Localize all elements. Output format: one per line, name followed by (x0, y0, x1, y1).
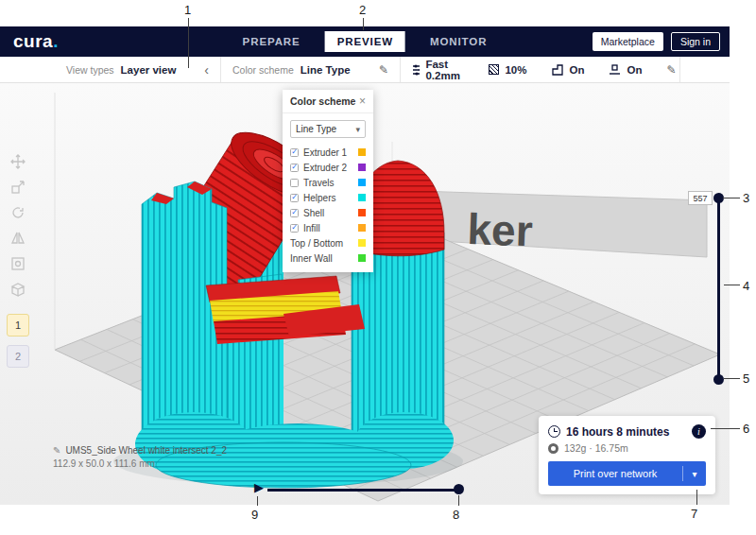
row-extruder-1[interactable]: ✓ Extruder 1 (290, 145, 366, 160)
tab-prepare[interactable]: PREPARE (243, 36, 301, 47)
color-scheme-value: Line Type (301, 64, 351, 76)
callout-3: 3 (743, 191, 749, 205)
move-tool-icon[interactable] (9, 153, 26, 170)
row-extruder-2[interactable]: ✓ Extruder 2 (290, 160, 366, 175)
print-time: 16 hours 8 minutes (566, 425, 669, 439)
collapse-chevron-icon[interactable]: ‹ (204, 63, 209, 77)
callout-line-2 (363, 18, 364, 30)
extruder-1-button[interactable]: 1 (7, 314, 29, 337)
layer-slider-bottom-handle[interactable] (713, 374, 724, 385)
checkbox-shell[interactable]: ✓ (290, 209, 299, 217)
left-toolbar: 1 2 (6, 153, 30, 368)
model-info: ✎ UMS5_Side Wheel white intersect 2_2 11… (53, 445, 227, 469)
marketplace-button[interactable]: Marketplace (593, 32, 663, 51)
color-scheme-popup: Color scheme × Line Type ▾ ✓ Extruder 1 … (283, 90, 373, 272)
checkbox-helpers[interactable]: ✓ (290, 194, 299, 202)
popup-title: Color scheme (290, 95, 355, 107)
row-label: Infill (303, 223, 320, 233)
3d-viewport: ker (0, 83, 730, 505)
callout-line-8 (458, 495, 459, 506)
support-blocker-icon[interactable] (9, 281, 26, 298)
sliders-icon (412, 64, 420, 76)
callout-4: 4 (743, 279, 749, 293)
view-types-value: Layer view (121, 64, 177, 76)
callout-line-1 (188, 18, 189, 68)
info-icon[interactable]: i (692, 424, 706, 439)
rename-pencil-icon[interactable]: ✎ (53, 445, 60, 456)
row-label: Helpers (303, 193, 335, 203)
mirror-tool-icon[interactable] (9, 230, 26, 247)
callout-8: 8 (453, 508, 459, 522)
row-inner-wall: Inner Wall (290, 250, 366, 266)
color-swatch (358, 179, 366, 186)
checkbox-travels[interactable] (290, 179, 299, 187)
line-type-select[interactable]: Line Type ▾ (290, 120, 366, 138)
per-model-settings-icon[interactable] (9, 255, 26, 272)
print-over-network-button[interactable]: Print over network ▾ (548, 461, 706, 486)
playback-slider-track[interactable] (267, 489, 460, 492)
rotate-tool-icon[interactable] (9, 204, 26, 221)
callout-line-7 (696, 490, 697, 505)
row-label: Top / Bottom (290, 238, 343, 249)
callout-line-6 (711, 428, 740, 429)
adhesion-setting[interactable]: On (609, 63, 642, 76)
row-label: Travels (303, 178, 334, 188)
print-options-chevron-icon[interactable]: ▾ (683, 469, 706, 479)
color-scheme-label: Color scheme (232, 64, 294, 76)
buildplate-watermark: ker (467, 204, 534, 255)
color-swatch (358, 239, 366, 247)
color-scheme-dropdown[interactable]: Color scheme Line Type ✎ (221, 57, 401, 82)
color-swatch (358, 254, 366, 262)
infill-setting[interactable]: 10% (489, 64, 526, 76)
callout-9: 9 (251, 508, 258, 522)
callout-5: 5 (743, 371, 749, 386)
color-swatch (358, 194, 366, 201)
tab-preview[interactable]: PREVIEW (325, 31, 405, 52)
cura-logo: cura. (13, 31, 59, 52)
scale-tool-icon[interactable] (9, 179, 26, 196)
support-setting[interactable]: On (551, 63, 584, 76)
print-settings-summary[interactable]: Fast 0.2mm 10% On On ✎ (401, 57, 680, 82)
header-actions: Marketplace Sign in (593, 32, 720, 51)
callout-1: 1 (184, 3, 191, 17)
header-bar: cura. PREPARE PREVIEW MONITOR Marketplac… (0, 26, 730, 57)
material-usage: 132g · 16.75m (564, 442, 628, 454)
model-dimensions: 112.9 x 50.0 x 111.6 mm (53, 458, 227, 469)
play-button[interactable]: ▶ (254, 481, 264, 493)
profile-setting[interactable]: Fast 0.2mm (412, 59, 464, 81)
signin-button[interactable]: Sign in (671, 32, 720, 51)
color-swatch (358, 224, 366, 232)
edit-settings-pencil-icon[interactable]: ✎ (666, 63, 676, 77)
layer-slider-track[interactable] (717, 198, 720, 380)
playback-slider-handle[interactable] (454, 484, 464, 494)
callout-2: 2 (359, 3, 366, 17)
checkbox-infill[interactable]: ✓ (290, 224, 299, 233)
callout-line-4 (724, 285, 740, 285)
row-label: Inner Wall (290, 253, 333, 264)
popup-header: Color scheme × (283, 90, 373, 113)
callout-7: 7 (691, 507, 697, 521)
extruder-2-button[interactable]: 2 (7, 345, 29, 368)
tab-monitor[interactable]: MONITOR (430, 36, 487, 47)
row-infill[interactable]: ✓ Infill (290, 220, 366, 235)
stage-tabs: PREPARE PREVIEW MONITOR (243, 31, 488, 52)
row-helpers[interactable]: ✓ Helpers (290, 190, 366, 205)
edit-pencil-icon[interactable]: ✎ (379, 63, 388, 77)
checkbox-extruder-2[interactable]: ✓ (290, 164, 299, 172)
line-type-select-value: Line Type (296, 124, 336, 134)
model-name: UMS5_Side Wheel white intersect 2_2 (65, 445, 227, 456)
row-travels[interactable]: Travels (290, 175, 366, 190)
layer-number-box[interactable]: 557 (688, 191, 713, 205)
row-shell[interactable]: ✓ Shell (290, 205, 366, 220)
view-types-label: View types (66, 64, 114, 76)
logo-dot: . (53, 31, 59, 51)
color-swatch (358, 209, 366, 216)
row-label: Shell (303, 208, 324, 218)
checkbox-extruder-1[interactable]: ✓ (290, 148, 299, 157)
adhesion-value: On (627, 64, 642, 76)
callout-line-3 (723, 198, 740, 198)
view-types-dropdown[interactable]: View types Layer view ‹ (55, 57, 221, 82)
close-icon[interactable]: × (359, 95, 366, 107)
cura-preview-screenshot: 1 2 3 4 5 6 7 8 9 cura. PREPARE PREVIEW … (0, 0, 756, 535)
row-label: Extruder 1 (303, 147, 347, 158)
